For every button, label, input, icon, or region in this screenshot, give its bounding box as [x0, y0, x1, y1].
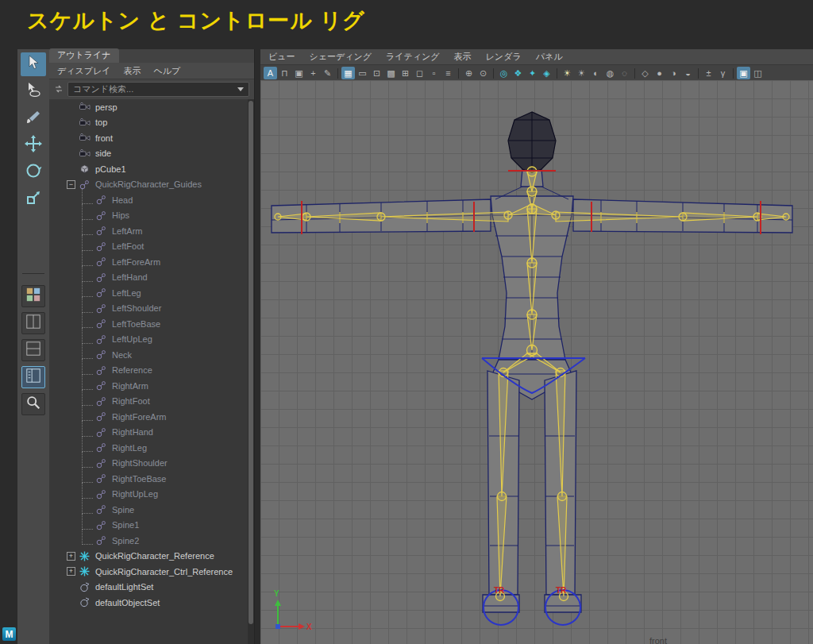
exposure-icon[interactable]: ±: [702, 67, 715, 79]
default-lighting-icon[interactable]: ☀: [561, 67, 574, 79]
outliner-item-leftfoot[interactable]: LeftFoot: [49, 239, 248, 255]
display-menu[interactable]: ディスプレイ: [57, 65, 111, 77]
gate-mask-icon[interactable]: ▩: [384, 67, 398, 79]
tree-connector: [82, 281, 93, 297]
scale-tool[interactable]: [21, 187, 46, 211]
shading-menu[interactable]: シェーディング: [310, 51, 372, 63]
textured-mode-icon[interactable]: ◑: [667, 67, 680, 79]
single-pane-layout-icon[interactable]: ▣: [737, 67, 750, 79]
command-search-placeholder: コマンド検索...: [73, 83, 133, 95]
outliner-item-neck[interactable]: Neck: [49, 347, 248, 363]
lighting-menu[interactable]: ライティング: [386, 51, 440, 63]
move-tool[interactable]: [21, 133, 46, 157]
outliner-item-quickrigcharacter-guides[interactable]: −QuickRigCharacter_Guides: [49, 177, 248, 193]
smooth-shade-icon[interactable]: ●: [653, 67, 666, 79]
outliner-item-leftupleg[interactable]: LeftUpLeg: [49, 332, 248, 348]
outliner-item-reference[interactable]: Reference: [49, 363, 248, 379]
safe-action-icon[interactable]: ◻: [413, 67, 426, 79]
shadows-icon[interactable]: ◐: [589, 67, 603, 79]
outliner-scrollbar-thumb[interactable]: [249, 101, 253, 624]
outliner-item-leftforearm[interactable]: LeftForeArm: [49, 254, 248, 270]
outliner-item-hips[interactable]: Hips: [49, 208, 248, 224]
image-plane-icon[interactable]: ▣: [292, 67, 306, 79]
outliner-item-persp[interactable]: persp: [49, 99, 248, 115]
outliner-item-lefttoebase[interactable]: LeftToeBase: [49, 316, 248, 332]
wireframe-on-shaded-icon[interactable]: ◈: [540, 67, 553, 79]
two-d-pan-zoom-icon[interactable]: +: [306, 67, 320, 79]
outliner-item-righttoebase[interactable]: RightToeBase: [49, 471, 248, 487]
frame-all-icon[interactable]: ⊕: [462, 67, 476, 79]
rotate-tool[interactable]: [21, 160, 46, 184]
help-menu[interactable]: ヘルプ: [154, 65, 181, 77]
outliner-item-leftleg[interactable]: LeftLeg: [49, 285, 248, 301]
outliner-item-pcube1[interactable]: pCube1: [49, 161, 248, 177]
film-gate-icon[interactable]: ▭: [356, 67, 369, 79]
outliner-item-defaultlightset[interactable]: defaultLightSet: [49, 580, 248, 596]
select-tool[interactable]: [21, 52, 46, 76]
show-menu[interactable]: 表示: [124, 65, 141, 77]
search-tool[interactable]: [21, 393, 45, 415]
expand-toggle[interactable]: +: [67, 552, 75, 561]
outliner-item-label: QuickRigCharacter_Ctrl_Reference: [95, 567, 233, 577]
all-lights-icon[interactable]: ☀: [575, 67, 588, 79]
wireframe-mode-icon[interactable]: ◇: [638, 67, 652, 79]
view-menu[interactable]: ビュー: [268, 51, 295, 63]
outliner-item-side[interactable]: side: [49, 146, 248, 162]
frame-selection-icon[interactable]: ⊙: [476, 67, 490, 79]
panels-menu[interactable]: パネル: [536, 51, 563, 63]
outliner-scrollbar[interactable]: [248, 99, 254, 644]
outliner-item-righthand[interactable]: RightHand: [49, 425, 248, 441]
safe-title-icon[interactable]: ▫: [427, 67, 441, 79]
motion-blur-icon[interactable]: ◌: [618, 67, 631, 79]
outliner-item-spine2[interactable]: Spine2: [49, 533, 248, 549]
outliner-item-quickrigcharacter-reference[interactable]: +QuickRigCharacter_Reference: [49, 549, 248, 565]
outliner-item-rightupleg[interactable]: RightUpLeg: [49, 487, 248, 503]
expand-toggle[interactable]: +: [67, 567, 75, 576]
gamma-icon[interactable]: γ: [716, 67, 730, 79]
default-material-icon[interactable]: ◒: [681, 67, 695, 79]
outliner-item-rightshoulder[interactable]: RightShoulder: [49, 456, 248, 472]
outliner-item-front[interactable]: front: [49, 130, 248, 146]
grid-toggle-icon[interactable]: ▦: [341, 67, 355, 79]
renderer-menu[interactable]: レンダラ: [486, 51, 522, 63]
outliner-item-rightleg[interactable]: RightLeg: [49, 440, 248, 456]
outliner-tab[interactable]: アウトライナ: [49, 49, 254, 63]
outliner-item-head[interactable]: Head: [49, 192, 248, 208]
outliner-item-defaultobjectset[interactable]: defaultObjectSet: [49, 595, 248, 611]
layout-four-pane[interactable]: [21, 285, 45, 307]
outliner-item-leftshoulder[interactable]: LeftShoulder: [49, 301, 248, 317]
lasso-select-tool[interactable]: [21, 79, 46, 103]
command-search-input[interactable]: コマンド検索...: [67, 82, 249, 97]
layout-two-pane-side-by-side[interactable]: [21, 312, 45, 334]
outliner-item-lefthand[interactable]: LeftHand: [49, 270, 248, 286]
outliner-item-rightarm[interactable]: RightArm: [49, 378, 248, 394]
cube-icon: [79, 164, 91, 174]
xray-joints-icon[interactable]: ✦: [526, 67, 539, 79]
outliner-item-leftarm[interactable]: LeftArm: [49, 223, 248, 239]
layout-two-pane-stacked[interactable]: [21, 339, 45, 361]
hud-toggle-icon[interactable]: ≡: [441, 67, 455, 79]
field-chart-icon[interactable]: ⊞: [399, 67, 412, 79]
outliner-item-rightforearm[interactable]: RightForeArm: [49, 409, 248, 425]
viewport-canvas[interactable]: TR TR Y X front: [260, 80, 813, 644]
outliner-item-rightfoot[interactable]: RightFoot: [49, 394, 248, 410]
outliner-item-quickrigcharacter-ctrl-reference[interactable]: +QuickRigCharacter_Ctrl_Reference: [49, 564, 248, 580]
collapse-toggle[interactable]: −: [67, 180, 75, 189]
xray-icon[interactable]: ❖: [511, 67, 525, 79]
paint-select-tool[interactable]: [21, 106, 46, 130]
maya-logo[interactable]: M: [2, 627, 16, 641]
outliner-item-spine[interactable]: Spine: [49, 502, 248, 518]
outliner-item-top[interactable]: top: [49, 115, 248, 131]
resolution-gate-icon[interactable]: ⊡: [370, 67, 383, 79]
outliner-item-spine1[interactable]: Spine1: [49, 518, 248, 534]
isolate-select-icon[interactable]: ◎: [497, 67, 511, 79]
lock-camera-icon[interactable]: ⊓: [278, 67, 291, 79]
chevron-down-icon[interactable]: [237, 87, 244, 91]
command-history-icon[interactable]: [54, 83, 64, 97]
occlusion-icon[interactable]: ◍: [603, 67, 617, 79]
grease-pencil-icon[interactable]: ✎: [321, 67, 334, 79]
show-menu[interactable]: 表示: [454, 51, 472, 63]
tear-off-panel-icon[interactable]: ◫: [751, 67, 765, 79]
selection-mask-all-icon[interactable]: A: [264, 67, 277, 79]
layout-outliner-persp[interactable]: [21, 366, 45, 388]
